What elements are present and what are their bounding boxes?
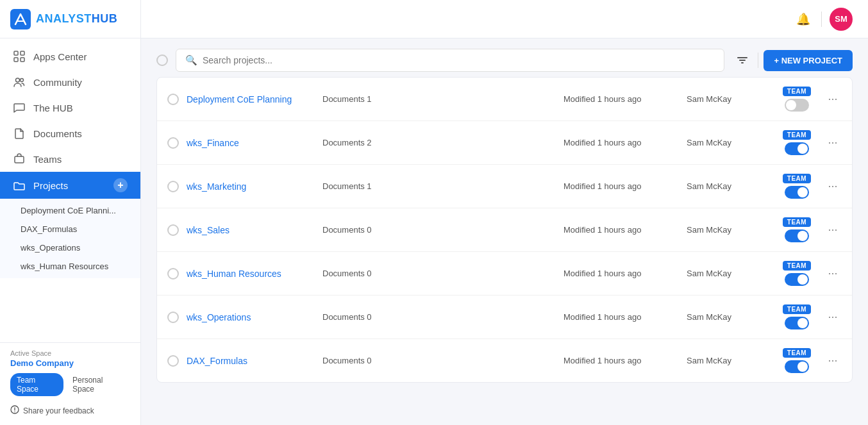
more-button-4[interactable]: ··· bbox=[824, 265, 842, 283]
sidebar: ANALYSTHUB Apps Center Community The HUB bbox=[0, 0, 141, 425]
team-badge-6: TEAM bbox=[783, 348, 811, 358]
sidebar-sub-item-dax[interactable]: DAX_Formulas bbox=[0, 220, 140, 238]
new-project-button[interactable]: + NEW PROJECT bbox=[764, 50, 853, 71]
sidebar-item-community[interactable]: Community bbox=[0, 69, 140, 95]
project-modified-0: Modified 1 hours ago bbox=[563, 94, 679, 104]
sidebar-sub-item-wks-ops[interactable]: wks_Operations bbox=[0, 238, 140, 257]
sidebar-item-teams[interactable]: Teams bbox=[0, 146, 140, 172]
project-docs-3: Documents 0 bbox=[322, 225, 556, 235]
project-toggle-6[interactable] bbox=[785, 360, 809, 373]
row-checkbox-0[interactable] bbox=[167, 94, 179, 105]
project-owner-5: Sam McKay bbox=[687, 312, 770, 322]
notification-button[interactable]: 🔔 bbox=[793, 9, 814, 29]
svg-point-6 bbox=[21, 79, 24, 82]
sidebar-item-label: Teams bbox=[33, 154, 62, 165]
project-name-6[interactable]: DAX_Formulas bbox=[187, 356, 315, 366]
project-name-3[interactable]: wks_Sales bbox=[187, 225, 315, 235]
sidebar-project-sub-list: Deployment CoE Planni... DAX_Formulas wk… bbox=[0, 199, 140, 278]
table-row: wks_Finance Documents 2 Modified 1 hours… bbox=[157, 121, 852, 165]
more-button-6[interactable]: ··· bbox=[824, 352, 842, 370]
project-toggle-1[interactable] bbox=[785, 142, 809, 155]
team-space-tab[interactable]: Team Space bbox=[10, 373, 63, 396]
app-logo[interactable]: ANALYSTHUB bbox=[0, 0, 140, 38]
sidebar-item-label: Apps Center bbox=[33, 51, 87, 62]
more-button-0[interactable]: ··· bbox=[824, 90, 842, 108]
project-docs-0: Documents 1 bbox=[322, 94, 556, 104]
active-space-label: Active Space bbox=[10, 349, 130, 357]
folder-icon bbox=[13, 179, 26, 192]
project-modified-2: Modified 1 hours ago bbox=[563, 181, 679, 191]
row-checkbox-4[interactable] bbox=[167, 268, 179, 279]
add-project-button[interactable]: + bbox=[113, 178, 128, 192]
svg-rect-3 bbox=[14, 58, 18, 62]
project-name-4[interactable]: wks_Human Resources bbox=[187, 269, 315, 279]
project-modified-5: Modified 1 hours ago bbox=[563, 312, 679, 322]
svg-rect-10 bbox=[737, 57, 747, 58]
more-button-1[interactable]: ··· bbox=[824, 134, 842, 152]
project-name-1[interactable]: wks_Finance bbox=[187, 138, 315, 148]
sidebar-item-the-hub[interactable]: The HUB bbox=[0, 95, 140, 121]
sidebar-item-documents[interactable]: Documents bbox=[0, 121, 140, 146]
feedback-text: Share your feedback bbox=[23, 406, 94, 415]
project-name-2[interactable]: wks_Marketing bbox=[187, 181, 315, 192]
topbar: 🔔 SM bbox=[141, 0, 868, 38]
project-toggle-2[interactable] bbox=[785, 186, 809, 199]
table-row: wks_Marketing Documents 1 Modified 1 hou… bbox=[157, 165, 852, 208]
user-avatar[interactable]: SM bbox=[830, 8, 853, 31]
project-docs-4: Documents 0 bbox=[322, 269, 556, 278]
project-toggle-3[interactable] bbox=[785, 229, 809, 242]
filter-icon[interactable] bbox=[732, 50, 753, 71]
project-badge-col-1: TEAM bbox=[778, 130, 816, 155]
feedback-icon bbox=[10, 405, 19, 416]
project-modified-1: Modified 1 hours ago bbox=[563, 138, 679, 147]
svg-rect-4 bbox=[21, 58, 24, 62]
table-row: wks_Sales Documents 0 Modified 1 hours a… bbox=[157, 208, 852, 252]
file-icon bbox=[13, 127, 26, 140]
table-row: DAX_Formulas Documents 0 Modified 1 hour… bbox=[157, 339, 852, 382]
project-docs-5: Documents 0 bbox=[322, 312, 556, 322]
project-toggle-0[interactable] bbox=[785, 99, 809, 112]
team-badge-0: TEAM bbox=[783, 87, 811, 96]
search-input[interactable] bbox=[203, 55, 715, 65]
table-row: Deployment CoE Planning Documents 1 Modi… bbox=[157, 78, 852, 121]
project-badge-col-5: TEAM bbox=[778, 304, 816, 329]
sidebar-sub-item-wks-hr[interactable]: wks_Human Resources bbox=[0, 257, 140, 276]
project-name-0[interactable]: Deployment CoE Planning bbox=[187, 94, 315, 104]
svg-rect-11 bbox=[739, 60, 746, 61]
projects-label: Projects bbox=[33, 180, 68, 191]
row-checkbox-5[interactable] bbox=[167, 312, 179, 323]
row-checkbox-1[interactable] bbox=[167, 137, 179, 149]
search-row-checkbox[interactable] bbox=[156, 54, 168, 66]
sidebar-item-apps-center[interactable]: Apps Center bbox=[0, 44, 140, 69]
project-owner-6: Sam McKay bbox=[687, 356, 770, 365]
project-badge-col-3: TEAM bbox=[778, 217, 816, 242]
project-list: Deployment CoE Planning Documents 1 Modi… bbox=[156, 77, 853, 383]
row-checkbox-6[interactable] bbox=[167, 355, 179, 367]
team-badge-3: TEAM bbox=[783, 217, 811, 227]
active-space-company[interactable]: Demo Company bbox=[10, 358, 130, 368]
team-badge-2: TEAM bbox=[783, 174, 811, 183]
search-icon: 🔍 bbox=[185, 54, 197, 66]
feedback-link[interactable]: Share your feedback bbox=[10, 403, 130, 419]
project-toggle-4[interactable] bbox=[785, 273, 809, 286]
team-badge-5: TEAM bbox=[783, 304, 811, 314]
project-toggle-5[interactable] bbox=[785, 317, 809, 329]
row-checkbox-3[interactable] bbox=[167, 224, 179, 236]
row-checkbox-2[interactable] bbox=[167, 181, 179, 192]
project-modified-4: Modified 1 hours ago bbox=[563, 269, 679, 278]
svg-rect-7 bbox=[15, 156, 24, 163]
sidebar-item-label: The HUB bbox=[33, 103, 73, 113]
more-button-3[interactable]: ··· bbox=[824, 221, 842, 239]
sidebar-sub-item-deployment[interactable]: Deployment CoE Planni... bbox=[0, 201, 140, 220]
logo-icon bbox=[10, 9, 31, 29]
more-button-2[interactable]: ··· bbox=[824, 178, 842, 196]
main-content: 🔔 SM 🔍 + NEW PROJECT Deployment bbox=[141, 0, 868, 425]
more-button-5[interactable]: ··· bbox=[824, 308, 842, 326]
personal-space-tab[interactable]: Personal Space bbox=[66, 373, 130, 396]
chat-icon bbox=[13, 101, 26, 114]
sidebar-item-label: Community bbox=[33, 77, 82, 88]
sidebar-item-label: Documents bbox=[33, 128, 82, 139]
project-name-5[interactable]: wks_Operations bbox=[187, 312, 315, 322]
project-owner-4: Sam McKay bbox=[687, 269, 770, 278]
sidebar-projects-header[interactable]: Projects + bbox=[0, 172, 140, 199]
